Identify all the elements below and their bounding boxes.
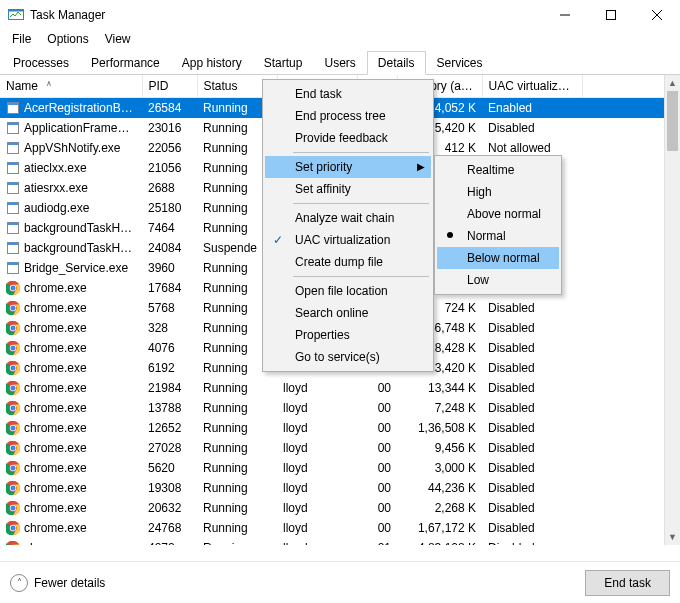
window-title: Task Manager [30, 8, 542, 22]
cell-pid: 5768 [142, 298, 197, 318]
svg-point-44 [11, 405, 16, 410]
process-icon [6, 541, 20, 546]
table-row[interactable]: chrome.exe5620Runninglloyd003,000 KDisab… [0, 458, 680, 478]
tab-processes[interactable]: Processes [2, 51, 80, 75]
vertical-scrollbar[interactable]: ▲ ▼ [664, 75, 680, 545]
process-name: ApplicationFrameHo... [24, 121, 136, 135]
menu-item-provide-feedback[interactable]: Provide feedback [265, 127, 431, 149]
cell-pid: 22056 [142, 138, 197, 158]
process-icon [6, 421, 20, 435]
cell-user: lloyd [277, 378, 357, 398]
process-name: audiodg.exe [24, 201, 89, 215]
cell-user: lloyd [277, 398, 357, 418]
scroll-down-icon[interactable]: ▼ [665, 529, 680, 545]
app-icon [8, 6, 24, 25]
menu-separator [293, 203, 429, 204]
process-icon [6, 381, 20, 395]
priority-below-normal[interactable]: Below normal [437, 247, 559, 269]
svg-point-62 [11, 525, 16, 530]
process-name: chrome.exe [24, 341, 87, 355]
scroll-up-icon[interactable]: ▲ [665, 75, 680, 91]
cell-cpu: 00 [357, 478, 397, 498]
priority-high[interactable]: High [437, 181, 559, 203]
menu-item-end-task[interactable]: End task [265, 83, 431, 105]
menu-item-open-file-location[interactable]: Open file location [265, 280, 431, 302]
cell-status: Running [197, 478, 277, 498]
cell-pid: 21056 [142, 158, 197, 178]
tab-services[interactable]: Services [426, 51, 494, 75]
table-row[interactable]: chrome.exe20632Runninglloyd002,268 KDisa… [0, 498, 680, 518]
cell-uac: Disabled [482, 378, 582, 398]
process-icon [6, 401, 20, 415]
cell-cpu: 00 [357, 438, 397, 458]
cell-status: Running [197, 378, 277, 398]
svg-point-41 [11, 385, 16, 390]
tab-details[interactable]: Details [367, 51, 426, 75]
process-name: chrome.exe [24, 281, 87, 295]
cell-user: lloyd [277, 438, 357, 458]
col-uac[interactable]: UAC virtualizati... [482, 75, 582, 98]
menu-item-properties[interactable]: Properties [265, 324, 431, 346]
svg-point-50 [11, 445, 16, 450]
end-task-button[interactable]: End task [585, 570, 670, 596]
cell-uac: Disabled [482, 318, 582, 338]
menu-file[interactable]: File [4, 30, 39, 48]
table-row[interactable]: chrome.exe21984Runninglloyd0013,344 KDis… [0, 378, 680, 398]
menu-item-go-to-service-s-[interactable]: Go to service(s) [265, 346, 431, 368]
tab-startup[interactable]: Startup [253, 51, 314, 75]
table-row[interactable]: chrome.exe27028Runninglloyd009,456 KDisa… [0, 438, 680, 458]
scroll-thumb[interactable] [667, 91, 678, 151]
svg-rect-13 [8, 162, 19, 165]
cell-cpu: 00 [357, 518, 397, 538]
process-icon [6, 441, 20, 455]
tab-users[interactable]: Users [313, 51, 366, 75]
cell-memory: 13,344 K [397, 378, 482, 398]
priority-above-normal[interactable]: Above normal [437, 203, 559, 225]
process-icon [6, 341, 20, 355]
maximize-button[interactable] [588, 0, 634, 30]
cell-cpu: 01 [357, 538, 397, 546]
menu-item-analyze-wait-chain[interactable]: Analyze wait chain [265, 207, 431, 229]
fewer-details-label: Fewer details [34, 576, 105, 590]
table-row[interactable]: chrome.exe24768Runninglloyd001,67,172 KD… [0, 518, 680, 538]
cell-cpu: 00 [357, 418, 397, 438]
cell-pid: 4072 [142, 538, 197, 546]
menubar: FileOptionsView [0, 30, 680, 50]
menu-item-set-priority[interactable]: Set priority▶ [265, 156, 431, 178]
menu-item-set-affinity[interactable]: Set affinity [265, 178, 431, 200]
svg-point-56 [11, 485, 16, 490]
tab-performance[interactable]: Performance [80, 51, 171, 75]
priority-low[interactable]: Low [437, 269, 559, 291]
cell-uac: Disabled [482, 478, 582, 498]
close-button[interactable] [634, 0, 680, 30]
menu-item-end-process-tree[interactable]: End process tree [265, 105, 431, 127]
col-pid[interactable]: PID [142, 75, 197, 98]
menu-view[interactable]: View [97, 30, 139, 48]
minimize-button[interactable] [542, 0, 588, 30]
priority-realtime[interactable]: Realtime [437, 159, 559, 181]
cell-uac: Enabled [482, 98, 582, 118]
cell-pid: 19308 [142, 478, 197, 498]
process-name: chrome.exe [24, 301, 87, 315]
fewer-details-button[interactable]: ˄ Fewer details [10, 574, 105, 592]
process-icon [6, 201, 20, 215]
menu-options[interactable]: Options [39, 30, 96, 48]
process-icon [6, 481, 20, 495]
process-name: chrome.exe [24, 521, 87, 535]
menu-item-create-dump-file[interactable]: Create dump file [265, 251, 431, 273]
process-icon [6, 361, 20, 375]
process-icon [6, 241, 20, 255]
table-row[interactable]: chrome.exe12652Runninglloyd001,36,508 KD… [0, 418, 680, 438]
cell-pid: 24768 [142, 518, 197, 538]
table-row[interactable]: chrome.exe19308Runninglloyd0044,236 KDis… [0, 478, 680, 498]
cell-uac: Disabled [482, 498, 582, 518]
table-row[interactable]: chrome.exe4072Runninglloyd014,83,108 KDi… [0, 538, 680, 546]
table-row[interactable]: chrome.exe13788Runninglloyd007,248 KDisa… [0, 398, 680, 418]
col-name[interactable]: Name∧ [0, 75, 142, 98]
menu-item-search-online[interactable]: Search online [265, 302, 431, 324]
menu-item-uac-virtualization[interactable]: UAC virtualization✓ [265, 229, 431, 251]
process-icon [6, 101, 20, 115]
process-name: chrome.exe [24, 361, 87, 375]
priority-normal[interactable]: Normal [437, 225, 559, 247]
tab-app-history[interactable]: App history [171, 51, 253, 75]
